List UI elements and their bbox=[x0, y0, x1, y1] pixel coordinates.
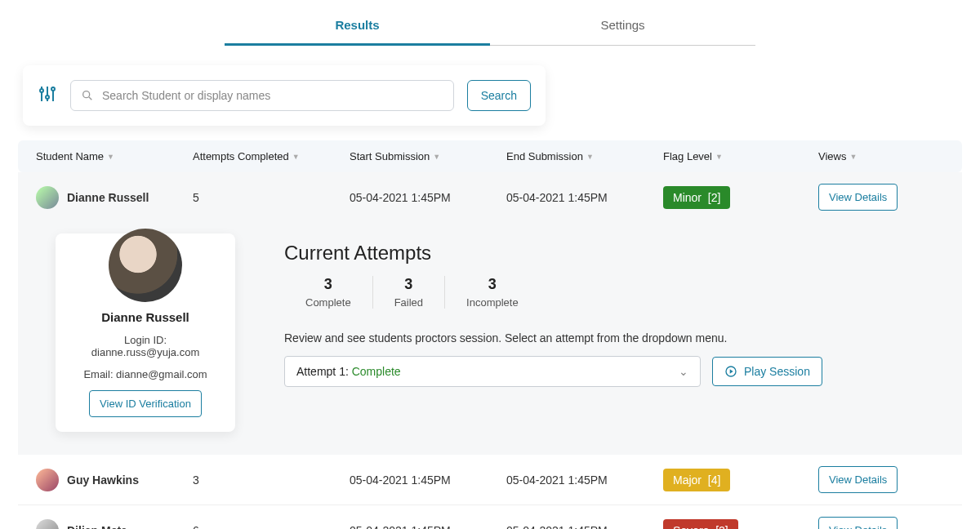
end-cell: 05-04-2021 1:45PM bbox=[506, 191, 663, 204]
sort-icon: ▼ bbox=[292, 153, 300, 161]
view-details-button[interactable]: View Details bbox=[818, 184, 898, 211]
play-icon bbox=[724, 365, 737, 378]
student-detail-panel: Dianne Russell Login ID: dianne.russ@yuj… bbox=[18, 222, 962, 455]
profile-login: Login ID: dianne.russ@yuja.com bbox=[69, 334, 222, 358]
sort-icon: ▼ bbox=[715, 153, 723, 161]
svg-line-10 bbox=[89, 97, 91, 100]
attempts-cell: 6 bbox=[193, 524, 350, 530]
profile-avatar bbox=[109, 229, 182, 302]
view-id-verification-button[interactable]: View ID Verification bbox=[89, 390, 202, 417]
svg-marker-12 bbox=[730, 369, 733, 373]
svg-point-0 bbox=[40, 89, 43, 92]
results-table: Student Name▼ Attempts Completed▼ Start … bbox=[18, 140, 962, 529]
attempt-stats: 3Complete 3Failed 3Incomplete bbox=[284, 276, 944, 309]
start-cell: 05-04-2021 1:45PM bbox=[350, 524, 506, 530]
tab-settings[interactable]: Settings bbox=[490, 7, 755, 46]
table-row[interactable]: Dianne Russell 5 05-04-2021 1:45PM 05-04… bbox=[18, 172, 962, 222]
avatar bbox=[36, 186, 59, 209]
profile-email: Email: dianne@gmail.com bbox=[69, 368, 222, 380]
table-header: Student Name▼ Attempts Completed▼ Start … bbox=[18, 140, 962, 172]
col-student-name[interactable]: Student Name▼ bbox=[36, 150, 193, 162]
attempt-dropdown[interactable]: Attempt 1: Complete ⌄ bbox=[284, 356, 701, 387]
detail-main: Current Attempts 3Complete 3Failed 3Inco… bbox=[284, 233, 944, 432]
end-cell: 05-04-2021 1:45PM bbox=[506, 473, 663, 487]
col-views[interactable]: Views▼ bbox=[818, 150, 941, 162]
search-input-wrap bbox=[70, 80, 454, 111]
student-name: Dianne Russell bbox=[67, 191, 149, 204]
col-flag[interactable]: Flag Level▼ bbox=[663, 150, 818, 162]
svg-point-6 bbox=[51, 87, 55, 91]
search-input[interactable] bbox=[102, 89, 443, 102]
search-card: Search bbox=[23, 65, 546, 126]
stat-failed: 3Failed bbox=[373, 276, 445, 309]
sort-icon: ▼ bbox=[849, 153, 857, 161]
attempts-cell: 5 bbox=[193, 191, 350, 204]
avatar bbox=[36, 519, 59, 530]
sort-icon: ▼ bbox=[107, 153, 114, 161]
stat-complete: 3Complete bbox=[284, 276, 373, 309]
profile-card: Dianne Russell Login ID: dianne.russ@yuj… bbox=[56, 233, 235, 432]
table-row[interactable]: Dilian Meta 6 05-04-2021 1:45PM 05-04-20… bbox=[18, 505, 962, 529]
student-name: Guy Hawkins bbox=[67, 473, 139, 487]
svg-point-3 bbox=[46, 96, 49, 99]
table-row[interactable]: Guy Hawkins 3 05-04-2021 1:45PM 05-04-20… bbox=[18, 455, 962, 505]
student-name: Dilian Meta bbox=[67, 524, 127, 530]
svg-point-9 bbox=[83, 91, 90, 98]
col-attempts[interactable]: Attempts Completed▼ bbox=[193, 150, 350, 162]
avatar bbox=[36, 469, 59, 491]
play-session-button[interactable]: Play Session bbox=[712, 357, 822, 386]
chevron-down-icon: ⌄ bbox=[679, 365, 688, 378]
flag-badge: Severe [2] bbox=[663, 519, 738, 530]
view-details-button[interactable]: View Details bbox=[818, 517, 898, 529]
view-details-button[interactable]: View Details bbox=[818, 466, 898, 493]
end-cell: 05-04-2021 1:45PM bbox=[506, 524, 663, 530]
filter-icon[interactable] bbox=[38, 84, 57, 107]
stat-incomplete: 3Incomplete bbox=[445, 276, 540, 309]
profile-name: Dianne Russell bbox=[69, 310, 222, 324]
sort-icon: ▼ bbox=[586, 153, 594, 161]
review-text: Review and see students proctors session… bbox=[284, 331, 944, 345]
tabs-nav: Results Settings bbox=[0, 7, 980, 46]
attempts-cell: 3 bbox=[193, 473, 350, 487]
sort-icon: ▼ bbox=[433, 153, 440, 161]
start-cell: 05-04-2021 1:45PM bbox=[350, 191, 506, 204]
start-cell: 05-04-2021 1:45PM bbox=[350, 473, 506, 487]
search-button[interactable]: Search bbox=[467, 80, 531, 111]
flag-badge: Major [4] bbox=[663, 469, 730, 491]
search-icon bbox=[81, 89, 94, 102]
tab-results[interactable]: Results bbox=[225, 7, 490, 46]
col-end[interactable]: End Submission▼ bbox=[506, 150, 663, 162]
flag-badge: Minor [2] bbox=[663, 186, 730, 209]
detail-title: Current Attempts bbox=[284, 242, 944, 264]
col-start[interactable]: Start Submission▼ bbox=[350, 150, 506, 162]
